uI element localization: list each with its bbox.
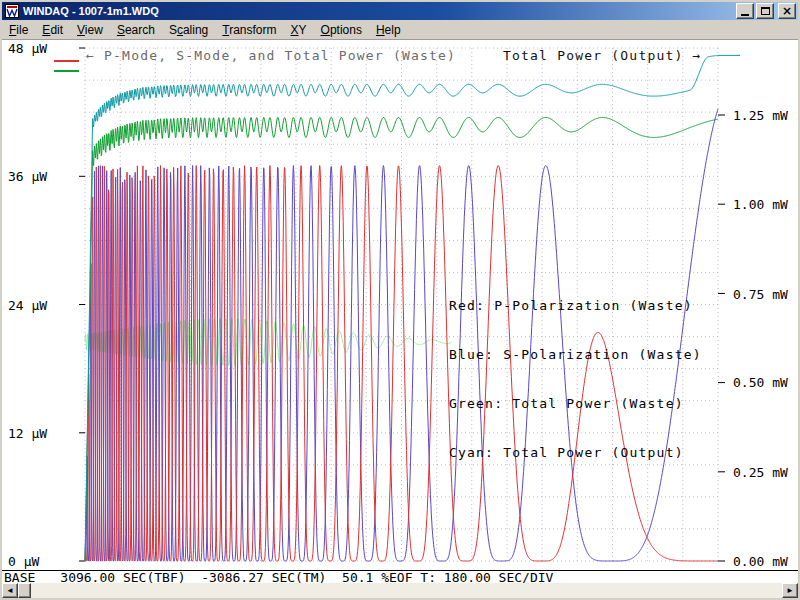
- legend-line-blue: Blue: S-Polarization (Waste): [449, 347, 702, 366]
- y-axis-left-label: 48 µW: [8, 41, 47, 56]
- close-icon: ×: [782, 5, 792, 17]
- menu-item-transform[interactable]: Transform: [215, 21, 283, 39]
- scrollbar-track[interactable]: [18, 583, 782, 598]
- scroll-left-icon: ◄: [6, 587, 14, 595]
- status-bar: BASE 3096.00 SEC(TBF) -3086.27 SEC(TM) 5…: [2, 570, 798, 584]
- y-axis-left-label: 12 µW: [8, 426, 47, 441]
- y-axis-right-label: 0.25 mW: [733, 465, 788, 480]
- menu-item-help[interactable]: Help: [369, 21, 408, 39]
- annotation-waste-channels: ← P-Mode, S-Mode, and Total Power (Waste…: [86, 48, 456, 63]
- horizontal-scrollbar: ◄ ►: [2, 583, 798, 598]
- scrollbar-thumb[interactable]: [18, 583, 31, 598]
- minimize-button[interactable]: [736, 3, 754, 19]
- scroll-right-button[interactable]: ►: [782, 583, 798, 598]
- maximize-button[interactable]: [756, 3, 774, 19]
- menu-item-edit[interactable]: Edit: [35, 21, 70, 39]
- menu-item-file[interactable]: File: [2, 21, 35, 39]
- minimize-icon: [741, 14, 749, 16]
- legend-line-cyan: Cyan: Total Power (Output): [449, 445, 702, 464]
- windaq-logo-icon: [5, 4, 19, 18]
- window-title: WINDAQ - 1007-1m1.WDQ: [23, 5, 734, 17]
- app-icon[interactable]: [5, 4, 19, 18]
- menu-item-options[interactable]: Options: [314, 21, 369, 39]
- scroll-left-button[interactable]: ◄: [2, 583, 18, 598]
- y-axis-left-label: 0 µW: [8, 554, 39, 569]
- y-axis-left-label: 24 µW: [8, 298, 47, 313]
- legend-line-green: Green: Total Power (Waste): [449, 396, 702, 415]
- menu-item-search[interactable]: Search: [110, 21, 162, 39]
- y-axis-right-label: 0.75 mW: [733, 287, 788, 302]
- legend: Red: P-Polarization (Waste) Blue: S-Pola…: [449, 268, 702, 494]
- y-axis-right-label: 0.50 mW: [733, 375, 788, 390]
- menu-item-view[interactable]: View: [70, 21, 110, 39]
- scroll-right-icon: ►: [786, 587, 794, 595]
- menubar: File Edit View Search Scaling Transform …: [2, 20, 798, 40]
- y-axis-right-label: 1.00 mW: [733, 197, 788, 212]
- y-axis-right-label: 1.25 mW: [733, 108, 788, 123]
- close-button[interactable]: ×: [778, 3, 796, 19]
- titlebar: WINDAQ - 1007-1m1.WDQ ×: [2, 2, 798, 20]
- menu-item-scaling[interactable]: Scaling: [162, 21, 215, 39]
- annotation-output-channel: Total Power (Output) →: [503, 48, 702, 63]
- y-axis-right-label: 0.00 mW: [733, 554, 788, 569]
- maximize-icon: [761, 7, 770, 15]
- y-axis-left-label: 36 µW: [8, 169, 47, 184]
- menu-item-xy[interactable]: XY: [284, 21, 314, 39]
- windaq-window: WINDAQ - 1007-1m1.WDQ × File Edit View S…: [0, 0, 800, 600]
- legend-line-red: Red: P-Polarization (Waste): [449, 298, 702, 317]
